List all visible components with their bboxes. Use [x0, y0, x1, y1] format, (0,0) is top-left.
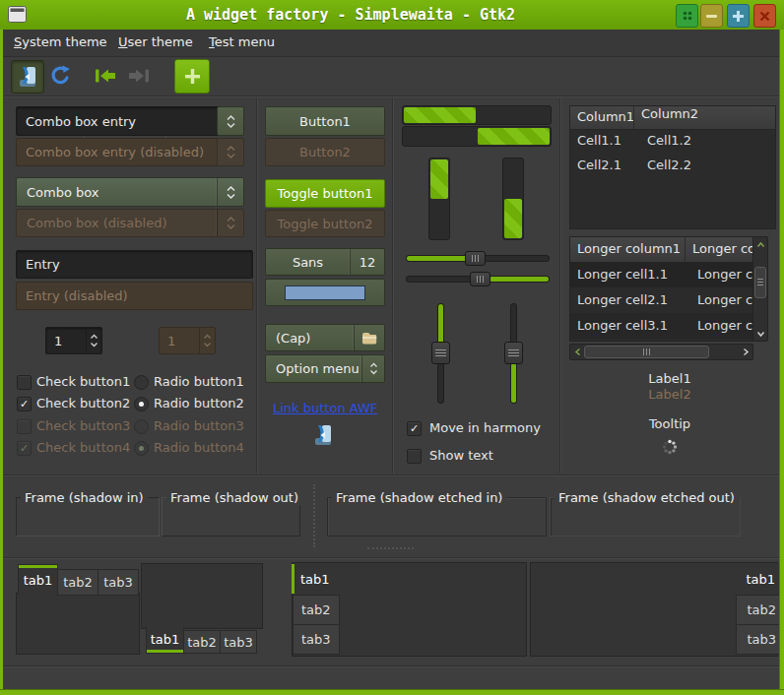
window-border-right[interactable] [779, 30, 784, 695]
tab-label: tab1 [300, 572, 330, 587]
tab-label: tab3 [103, 575, 133, 590]
tab-top-tab2[interactable]: tab2 [57, 569, 98, 596]
status-bar [3, 665, 780, 691]
application-window: A widget factory - Simplewaita - Gtk2 Sy… [0, 0, 784, 695]
tab-label: tab2 [301, 602, 331, 617]
tab-top-tab1-active[interactable]: tab1 [18, 564, 58, 595]
tab-label: tab3 [301, 632, 331, 647]
tab-right-tab3[interactable]: tab3 [736, 624, 784, 655]
tab-bottom-tab3[interactable]: tab3 [220, 630, 257, 654]
tab-right-tab2[interactable]: tab2 [736, 595, 784, 625]
notebook-top-page [16, 593, 140, 655]
tab-accent [147, 650, 183, 653]
tab-label: tab1 [24, 573, 53, 588]
tab-top-tab3[interactable]: tab3 [98, 569, 139, 596]
tab-accent [19, 565, 57, 568]
tab-left-tab3[interactable]: tab3 [293, 624, 340, 655]
tab-right-tab1-active[interactable]: tab1 [730, 564, 784, 594]
tab-accent [292, 564, 294, 594]
tab-label: tab1 [746, 572, 775, 587]
tab-bottom-tab1-active[interactable]: tab1 [146, 626, 184, 654]
tab-left-tab1-active[interactable]: tab1 [292, 564, 340, 594]
tab-label: tab3 [224, 635, 253, 650]
window-border-bottom[interactable] [0, 689, 784, 695]
window-border-left[interactable] [0, 30, 3, 695]
tab-label: tab2 [747, 602, 776, 617]
tab-label: tab1 [151, 632, 180, 647]
tab-label: tab3 [747, 632, 776, 647]
notebook-bottom-page [141, 563, 263, 629]
tab-left-tab2[interactable]: tab2 [293, 595, 340, 625]
tab-label: tab2 [187, 635, 217, 650]
tab-bottom-tab2[interactable]: tab2 [183, 630, 221, 654]
notebooks-row: tab1 tab2 tab3 tab1 tab2 tab3 tab1 tab2 … [0, 0, 784, 695]
tab-label: tab2 [63, 575, 93, 590]
